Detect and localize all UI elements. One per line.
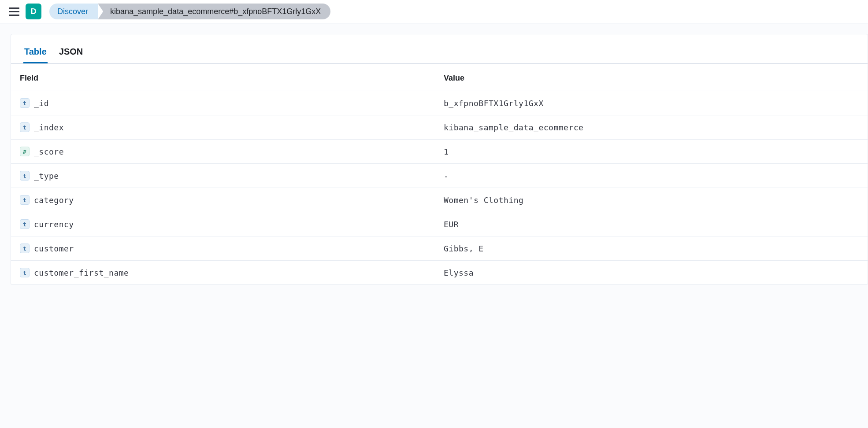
breadcrumb: Discover kibana_sample_data_ecommerce#b_… bbox=[49, 4, 330, 19]
text-field-icon: t bbox=[20, 122, 30, 132]
field-name: _type bbox=[34, 171, 59, 181]
field-value: kibana_sample_data_ecommerce bbox=[439, 115, 868, 140]
app-badge[interactable]: D bbox=[26, 4, 41, 19]
field-cell: tcustomer_first_name bbox=[11, 261, 439, 285]
table-row[interactable]: #_score1 bbox=[11, 140, 868, 164]
text-field-icon: t bbox=[20, 171, 30, 181]
table-row[interactable]: tcustomer_first_nameElyssa bbox=[11, 261, 868, 285]
field-name: _score bbox=[34, 147, 64, 156]
document-panel: Table JSON Field Value t_idb_xfpnoBFTX1G… bbox=[11, 34, 868, 285]
hamburger-menu-icon[interactable] bbox=[7, 4, 21, 18]
field-cell: t_id bbox=[11, 91, 439, 115]
table-row[interactable]: t_idb_xfpnoBFTX1Grly1GxX bbox=[11, 91, 868, 115]
breadcrumb-current: kibana_sample_data_ecommerce#b_xfpnoBFTX… bbox=[98, 4, 330, 19]
field-name: customer bbox=[34, 244, 74, 253]
tab-json[interactable]: JSON bbox=[58, 47, 84, 63]
table-row[interactable]: t_indexkibana_sample_data_ecommerce bbox=[11, 115, 868, 140]
field-cell: #_score bbox=[11, 140, 439, 164]
field-value: EUR bbox=[439, 212, 868, 236]
field-cell: t_index bbox=[11, 115, 439, 140]
text-field-icon: t bbox=[20, 98, 30, 108]
breadcrumb-root[interactable]: Discover bbox=[49, 4, 98, 19]
page-body: Table JSON Field Value t_idb_xfpnoBFTX1G… bbox=[0, 23, 868, 285]
table-row[interactable]: tcustomerGibbs, E bbox=[11, 236, 868, 261]
field-value: Women's Clothing bbox=[439, 188, 868, 212]
field-cell: tcustomer bbox=[11, 236, 439, 261]
field-name: category bbox=[34, 196, 74, 205]
field-cell: t_type bbox=[11, 164, 439, 188]
field-value: 1 bbox=[439, 140, 868, 164]
text-field-icon: t bbox=[20, 244, 30, 253]
tab-table[interactable]: Table bbox=[23, 47, 48, 63]
column-header-field: Field bbox=[11, 67, 439, 91]
text-field-icon: t bbox=[20, 195, 30, 205]
field-name: _index bbox=[34, 123, 64, 132]
document-fields-table: Field Value t_idb_xfpnoBFTX1Grly1GxXt_in… bbox=[11, 67, 868, 284]
field-name: currency bbox=[34, 220, 74, 229]
tabs: Table JSON bbox=[11, 47, 868, 64]
field-value: Gibbs, E bbox=[439, 236, 868, 261]
text-field-icon: t bbox=[20, 219, 30, 229]
field-name: _id bbox=[34, 99, 49, 108]
top-bar: D Discover kibana_sample_data_ecommerce#… bbox=[0, 0, 868, 23]
number-field-icon: # bbox=[20, 147, 30, 156]
table-row[interactable]: t_type - bbox=[11, 164, 868, 188]
field-name: customer_first_name bbox=[34, 268, 129, 277]
text-field-icon: t bbox=[20, 268, 30, 277]
field-cell: tcategory bbox=[11, 188, 439, 212]
field-cell: tcurrency bbox=[11, 212, 439, 236]
field-value: b_xfpnoBFTX1Grly1GxX bbox=[439, 91, 868, 115]
table-row[interactable]: tcurrencyEUR bbox=[11, 212, 868, 236]
table-row[interactable]: tcategoryWomen's Clothing bbox=[11, 188, 868, 212]
column-header-value: Value bbox=[439, 67, 868, 91]
field-value: Elyssa bbox=[439, 261, 868, 285]
field-value: - bbox=[439, 164, 868, 188]
